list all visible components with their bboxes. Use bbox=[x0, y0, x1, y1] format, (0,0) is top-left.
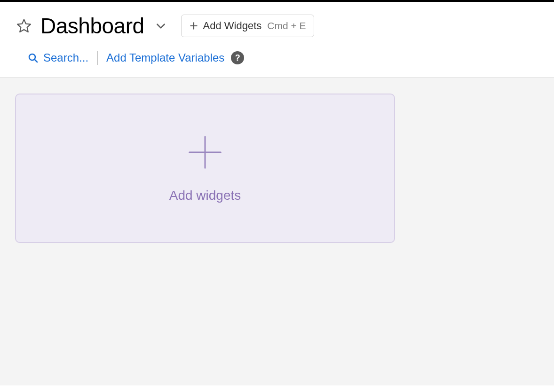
svg-line-4 bbox=[35, 60, 38, 63]
plus-icon bbox=[189, 21, 198, 31]
add-widgets-button[interactable]: Add Widgets Cmd + E bbox=[181, 15, 314, 37]
search-link[interactable]: Search... bbox=[27, 51, 88, 64]
search-icon bbox=[27, 52, 39, 63]
subheader-bar: Search... Add Template Variables ? bbox=[0, 47, 554, 77]
add-widgets-shortcut: Cmd + E bbox=[267, 20, 306, 31]
add-widgets-card[interactable]: Add widgets bbox=[15, 94, 395, 243]
chevron-down-icon[interactable] bbox=[155, 20, 167, 32]
template-link-label: Add Template Variables bbox=[106, 51, 224, 64]
vertical-divider bbox=[97, 51, 98, 65]
add-widgets-card-label: Add widgets bbox=[169, 188, 241, 203]
content-area: Add widgets bbox=[0, 77, 554, 385]
plus-large-icon bbox=[186, 133, 224, 171]
svg-marker-0 bbox=[17, 20, 31, 32]
add-widgets-label: Add Widgets bbox=[203, 20, 262, 32]
add-template-variables-link[interactable]: Add Template Variables ? bbox=[106, 51, 244, 64]
header-bar: Dashboard Add Widgets Cmd + E bbox=[0, 2, 554, 47]
star-icon[interactable] bbox=[15, 17, 33, 35]
help-icon[interactable]: ? bbox=[231, 51, 244, 64]
page-title[interactable]: Dashboard bbox=[40, 13, 144, 39]
search-placeholder: Search... bbox=[43, 51, 88, 64]
